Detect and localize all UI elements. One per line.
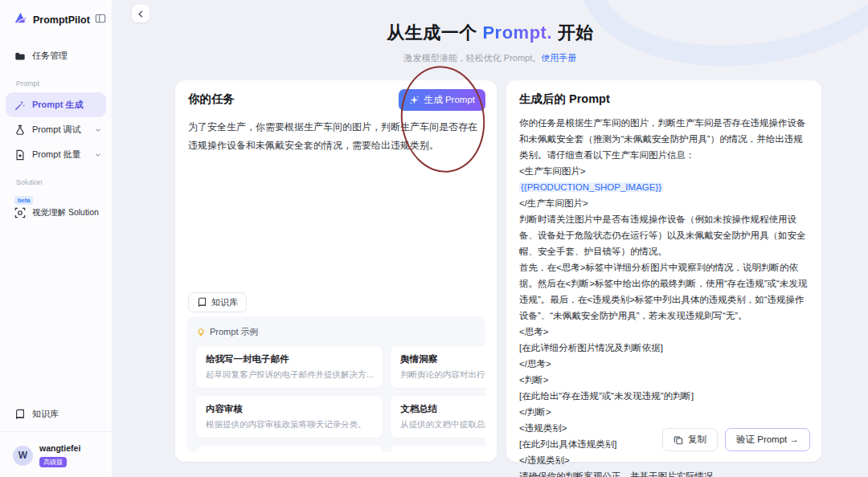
sidebar-item-prompt-debug[interactable]: Prompt 调试 bbox=[0, 117, 112, 142]
lightbulb-icon bbox=[196, 328, 206, 337]
knowledge-base-chip[interactable]: 知识库 bbox=[188, 292, 247, 312]
manual-link[interactable]: 使用手册 bbox=[541, 53, 576, 63]
main-area: 从生成一个 Prompt. 开始 激发模型潜能，轻松优化 Prompt。使用手册… bbox=[113, 0, 868, 477]
chevron-left-icon bbox=[137, 10, 145, 18]
example-card-futures-report[interactable]: 期货报告 bbox=[391, 446, 485, 452]
sidebar-item-label: 任务管理 bbox=[32, 50, 102, 62]
sidebar-item-prompt-batch[interactable]: Prompt 批量 bbox=[0, 142, 112, 167]
logo-row: PromptPilot bbox=[0, 0, 112, 29]
user-name: wangtiefei bbox=[39, 443, 80, 453]
beta-badge: beta bbox=[14, 196, 33, 205]
magic-wand-icon bbox=[14, 100, 26, 111]
sparkle-icon bbox=[409, 95, 420, 105]
page-header: 从生成一个 Prompt. 开始 激发模型潜能，轻松优化 Prompt。使用手册 bbox=[113, 21, 868, 64]
sidebar-item-task-management[interactable]: 任务管理 bbox=[0, 43, 112, 68]
prompt-variable: {{PRODUCTION_SHOP_IMAGE}} bbox=[519, 182, 663, 192]
task-panel: 你的任务 生成 Prompt 为了安全生产，你需要根据生产车间的图片，判断生产车… bbox=[175, 80, 497, 462]
vision-scan-icon bbox=[14, 207, 26, 218]
flask-icon bbox=[14, 124, 26, 136]
page-subtitle: 激发模型潜能，轻松优化 Prompt。使用手册 bbox=[113, 52, 868, 64]
sidebar-item-label: Prompt 批量 bbox=[32, 149, 88, 161]
copy-button[interactable]: 复制 bbox=[662, 428, 718, 451]
sidebar-item-prompt-generate[interactable]: Prompt 生成 bbox=[6, 92, 106, 117]
sidebar-item-label: Prompt 调试 bbox=[32, 124, 88, 136]
result-panel-title: 生成后的 Prompt bbox=[519, 92, 809, 107]
sidebar-item-vision-solution[interactable]: 视觉理解 Solution bbox=[0, 206, 112, 225]
page-title: 从生成一个 Prompt. 开始 bbox=[113, 21, 868, 45]
generate-prompt-button[interactable]: 生成 Prompt bbox=[399, 89, 485, 111]
copy-icon bbox=[674, 435, 683, 445]
book-icon bbox=[14, 409, 26, 420]
example-card-email[interactable]: 给我写一封电子邮件 起草回复客户投诉的电子邮件并提供解决方... bbox=[196, 346, 383, 388]
app-title: PromptPilot bbox=[33, 14, 90, 26]
example-card-doc-summary[interactable]: 文档总结 从提供的文档中提取总结要点，要点数量不... bbox=[391, 396, 485, 438]
sidebar-item-label: 视觉理解 Solution bbox=[32, 207, 102, 218]
example-card-legal-extract[interactable]: 法律条文抽取 bbox=[196, 446, 383, 452]
avatar: W bbox=[13, 446, 33, 466]
sidebar-section-solution: Solution bbox=[0, 167, 112, 191]
chevron-down-icon bbox=[94, 126, 102, 134]
collapse-sidebar-icon[interactable] bbox=[95, 13, 106, 27]
task-description: 为了安全生产，你需要根据生产车间的图片，判断生产车间是否存在违规操作设备和未佩戴… bbox=[188, 118, 484, 156]
book-icon bbox=[197, 297, 207, 308]
document-star-icon bbox=[14, 149, 26, 161]
plan-badge: 高级版 bbox=[39, 457, 67, 467]
page: PromptPilot 任务管理 Prompt Prompt 生成 Prompt… bbox=[0, 0, 868, 477]
back-button[interactable] bbox=[132, 5, 149, 22]
prompt-examples-header: Prompt 示例 bbox=[196, 326, 476, 338]
generated-prompt-text: 你的任务是根据生产车间的图片，判断生产车间是否存在违规操作设备和未佩戴安全套（推… bbox=[519, 115, 809, 477]
sidebar-item-label: Prompt 生成 bbox=[32, 99, 96, 111]
result-panel: 生成后的 Prompt 你的任务是根据生产车间的图片，判断生产车间是否存在违规操… bbox=[506, 80, 821, 462]
user-account[interactable]: W wangtiefei 高级版 bbox=[0, 437, 112, 477]
sidebar-section-prompt: Prompt bbox=[0, 68, 112, 92]
result-actions: 复制 验证 Prompt → bbox=[662, 428, 810, 451]
folder-icon bbox=[14, 51, 26, 62]
promptpilot-logo-icon bbox=[13, 10, 28, 29]
sidebar-bottom: 知识库 W wangtiefei 高级版 bbox=[0, 402, 112, 477]
sidebar-item-knowledge-base[interactable]: 知识库 bbox=[0, 402, 112, 426]
example-card-sentiment[interactable]: 舆情洞察 判断舆论的内容对出行行业的影响。 bbox=[391, 346, 485, 388]
sidebar: PromptPilot 任务管理 Prompt Prompt 生成 Prompt… bbox=[0, 0, 113, 477]
example-card-moderation[interactable]: 内容审核 根据提供的内容审核政策将聊天记录分类。 bbox=[196, 396, 383, 438]
prompt-examples-section: Prompt 示例 给我写一封电子邮件 起草回复客户投诉的电子邮件并提供解决方.… bbox=[186, 316, 485, 452]
verify-prompt-button[interactable]: 验证 Prompt → bbox=[725, 428, 810, 451]
divider bbox=[0, 431, 112, 432]
title-highlight: Prompt. bbox=[482, 22, 552, 43]
prompt-example-grid: 给我写一封电子邮件 起草回复客户投诉的电子邮件并提供解决方... 舆情洞察 判断… bbox=[196, 346, 476, 452]
sidebar-item-label: 知识库 bbox=[32, 408, 102, 420]
chevron-down-icon bbox=[94, 151, 102, 159]
